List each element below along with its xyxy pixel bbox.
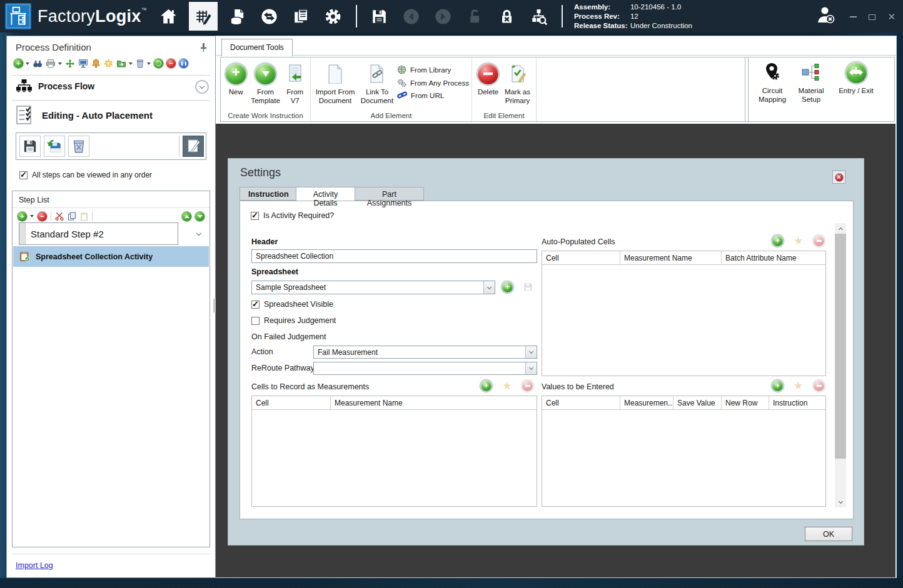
- cells-star-button[interactable]: [502, 381, 512, 391]
- from-template-button[interactable]: From Template: [249, 61, 283, 106]
- close-button[interactable]: ✕: [887, 14, 895, 20]
- add-icon[interactable]: [14, 59, 23, 68]
- load-flow-button[interactable]: [44, 136, 65, 157]
- tab-part-assignments[interactable]: Part Assignments: [355, 187, 424, 201]
- transfer-icon[interactable]: [258, 4, 281, 29]
- auto-star-button[interactable]: [794, 236, 803, 246]
- link-to-document-button[interactable]: Link To Document: [357, 61, 397, 106]
- activity-list-item[interactable]: Spreadsheet Collection Activity: [13, 246, 209, 267]
- paste-icon[interactable]: [80, 212, 88, 221]
- unlock-icon[interactable]: [463, 4, 487, 29]
- cells-remove-button[interactable]: [522, 381, 533, 391]
- trash-dropdown-caret[interactable]: [147, 62, 151, 65]
- step-selector[interactable]: Standard Step #2: [19, 222, 178, 245]
- export-dropdown-caret[interactable]: [129, 62, 133, 65]
- from-url-item[interactable]: From URL: [397, 91, 469, 99]
- scroll-up-button[interactable]: [835, 223, 846, 234]
- scroll-down-button[interactable]: [835, 497, 846, 507]
- chevron-down-icon[interactable]: [525, 346, 537, 358]
- move-up-icon[interactable]: [182, 212, 191, 221]
- ok-button[interactable]: OK: [805, 527, 852, 541]
- import-from-document-button[interactable]: Import From Document: [313, 61, 357, 106]
- save-spreadsheet-button[interactable]: [523, 282, 533, 292]
- gear-yellow-icon[interactable]: [104, 59, 113, 68]
- pause-icon[interactable]: [179, 59, 188, 68]
- edit-step-button[interactable]: [183, 136, 204, 157]
- binoculars-icon[interactable]: [33, 59, 43, 68]
- save-flow-button[interactable]: [19, 136, 41, 157]
- values-to-enter-table[interactable]: Cell Measuremen... Save Value New Row In…: [542, 396, 826, 507]
- process-sync-icon[interactable]: [65, 59, 75, 68]
- maximize-button[interactable]: [869, 14, 875, 20]
- pin-icon[interactable]: [199, 42, 208, 54]
- settings-gear-icon[interactable]: [321, 4, 345, 29]
- move-down-icon[interactable]: [195, 212, 204, 221]
- print-dropdown-caret[interactable]: [58, 62, 62, 65]
- bell-icon[interactable]: [91, 59, 101, 68]
- from-v7-button[interactable]: From V7: [283, 61, 308, 106]
- back-icon[interactable]: [400, 4, 423, 29]
- values-add-button[interactable]: [772, 381, 783, 391]
- action-select[interactable]: Fail Measurement: [313, 346, 537, 359]
- remove-step-icon[interactable]: [38, 212, 47, 221]
- cut-icon[interactable]: [55, 212, 64, 221]
- print-icon[interactable]: [46, 59, 56, 68]
- from-library-item[interactable]: From Library: [397, 65, 469, 74]
- cells-to-record-table[interactable]: Cell Measurement Name: [251, 396, 537, 507]
- add-spreadsheet-button[interactable]: [502, 282, 513, 292]
- auto-remove-button[interactable]: [814, 236, 824, 246]
- entry-exit-button[interactable]: Entry / Exit: [830, 61, 882, 121]
- values-remove-button[interactable]: [814, 381, 824, 391]
- process-audit-icon[interactable]: [527, 4, 551, 29]
- all-steps-checkbox[interactable]: [19, 171, 28, 179]
- mark-as-primary-button[interactable]: Mark as Primary: [502, 61, 533, 106]
- values-star-button[interactable]: [794, 381, 803, 391]
- spreadsheet-visible-checkbox[interactable]: [251, 301, 260, 309]
- chevron-down-icon[interactable]: [483, 281, 495, 294]
- add-dropdown-caret[interactable]: [26, 62, 29, 65]
- delete-button[interactable]: Delete: [475, 61, 502, 97]
- scrollbar-thumb[interactable]: [835, 234, 846, 459]
- tab-document-tools[interactable]: Document Tools: [221, 39, 293, 56]
- delete-trash-icon[interactable]: [136, 59, 144, 68]
- spreadsheet-select[interactable]: Sample Spreadsheet: [251, 281, 495, 294]
- header-input[interactable]: [251, 249, 537, 263]
- process-flow-header[interactable]: Process Flow: [16, 79, 94, 93]
- auto-populated-table[interactable]: Cell Measurement Name Batch Attribute Na…: [542, 251, 826, 376]
- chevron-down-icon[interactable]: [525, 362, 537, 374]
- lock-cancel-icon[interactable]: [495, 4, 519, 29]
- deactivate-icon[interactable]: [166, 59, 176, 68]
- add-step-icon[interactable]: [18, 212, 27, 221]
- vertical-scrollbar[interactable]: [835, 223, 846, 507]
- presentation-icon[interactable]: [78, 59, 88, 68]
- is-activity-required-checkbox[interactable]: [251, 212, 259, 220]
- user-status-icon[interactable]: [816, 6, 837, 27]
- discard-flow-button[interactable]: [68, 136, 89, 157]
- splitter-handle[interactable]: [213, 299, 216, 312]
- circuit-mapping-button[interactable]: Circuit Mapping: [753, 61, 792, 121]
- reports-icon[interactable]: [290, 4, 313, 29]
- add-step-caret[interactable]: [30, 215, 34, 217]
- save-icon[interactable]: [368, 4, 391, 29]
- minimize-button[interactable]: [850, 16, 857, 17]
- tab-activity-details[interactable]: Activity Details: [296, 187, 355, 201]
- cells-add-button[interactable]: [481, 381, 492, 391]
- material-setup-button[interactable]: Material Setup: [793, 61, 829, 121]
- collapse-down-icon[interactable]: [195, 80, 209, 94]
- forward-icon[interactable]: [431, 4, 455, 29]
- import-log-link[interactable]: Import Log: [16, 561, 53, 570]
- process-editor-icon[interactable]: [189, 2, 218, 31]
- new-button[interactable]: New: [223, 61, 249, 97]
- from-any-process-item[interactable]: From Any Process: [397, 78, 469, 87]
- home-icon[interactable]: [157, 4, 181, 29]
- tab-instruction[interactable]: Instruction: [240, 187, 296, 201]
- refresh-icon[interactable]: [154, 59, 163, 68]
- reroute-pathway-select[interactable]: [313, 362, 537, 375]
- export-folder-icon[interactable]: [116, 59, 126, 68]
- settings-close-button[interactable]: [832, 171, 845, 184]
- requires-judgement-checkbox[interactable]: [251, 317, 260, 325]
- step-expand-chevron-icon[interactable]: [196, 231, 201, 236]
- copy-icon[interactable]: [68, 212, 76, 221]
- materials-icon[interactable]: [226, 4, 250, 29]
- auto-add-button[interactable]: [772, 236, 783, 246]
